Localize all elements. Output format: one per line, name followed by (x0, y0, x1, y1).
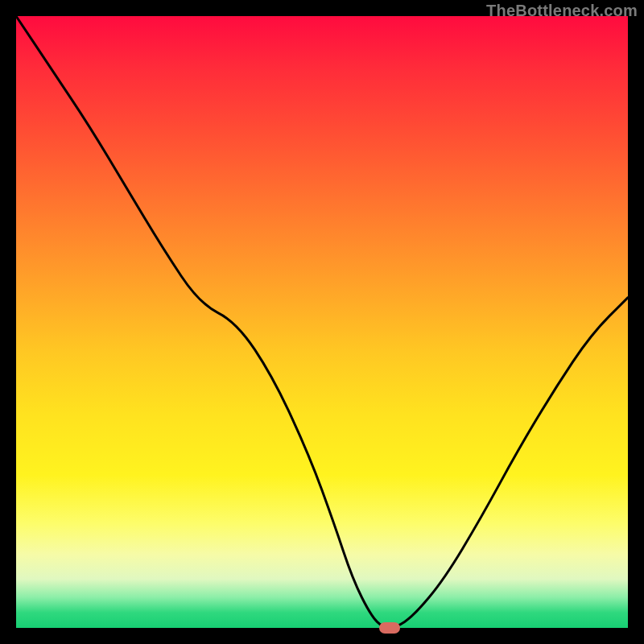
bottleneck-curve (16, 16, 628, 628)
chart-frame: TheBottleneck.com (0, 0, 644, 644)
plot-area (16, 16, 628, 628)
optimum-marker (379, 622, 400, 634)
curve-path (16, 16, 628, 628)
